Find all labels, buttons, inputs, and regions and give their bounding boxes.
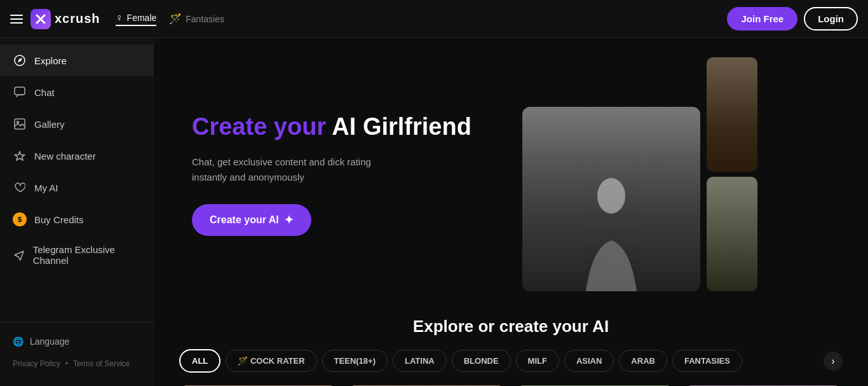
sidebar-item-telegram[interactable]: Telegram Exclusive Channel [0, 235, 153, 275]
hero-text: Create your AI Girlfriend Chat, get excl… [192, 113, 497, 236]
hero-side-image-1 [707, 57, 757, 172]
my-ai-icon [13, 181, 27, 195]
hero-title: Create your AI Girlfriend [192, 113, 497, 142]
svg-rect-1 [15, 87, 25, 95]
sparkle-icon: ✦ [284, 213, 294, 227]
fantasies-icon: 🪄 [169, 13, 182, 25]
filter-tab-latina[interactable]: LATINA [393, 350, 447, 372]
sidebar-item-buy-credits[interactable]: $ Buy Credits [0, 203, 153, 235]
new-character-icon [13, 149, 27, 163]
hero-section: Create your AI Girlfriend Chat, get excl… [154, 38, 868, 304]
hero-main-image [522, 107, 700, 291]
hamburger-menu[interactable] [10, 15, 23, 24]
login-button[interactable]: Login [804, 7, 858, 31]
filter-tab-milf[interactable]: MILF [516, 350, 559, 372]
terms-of-service-link[interactable]: Terms of Service [73, 359, 130, 368]
filter-female-label: Female [127, 13, 157, 23]
sidebar-item-explore[interactable]: Explore [0, 45, 153, 76]
main-layout: Explore Chat Gallery [0, 38, 868, 386]
svg-rect-2 [15, 119, 25, 129]
filter-tab-all[interactable]: ALL [179, 349, 220, 373]
create-ai-label: Create your AI [210, 214, 279, 226]
filter-tab-fantasies[interactable]: FANTASIES [672, 350, 742, 372]
main-content: Create your AI Girlfriend Chat, get excl… [154, 38, 868, 386]
sidebar-explore-label: Explore [34, 55, 67, 66]
filter-tabs: ALL 🪄 COCK RATER TEEN(18+) LATINA BLONDE… [179, 349, 843, 373]
sidebar-bottom: 🌐 Language Privacy Policy • Terms of Ser… [0, 322, 153, 380]
filter-female[interactable]: ♀ Female [116, 12, 157, 26]
language-label: Language [30, 336, 69, 347]
footer-separator: • [65, 359, 68, 368]
sidebar: Explore Chat Gallery [0, 38, 154, 386]
filter-next-button[interactable]: › [824, 352, 843, 371]
sidebar-item-new-character[interactable]: New character [0, 140, 153, 172]
hero-images [522, 57, 757, 291]
svg-point-4 [597, 178, 625, 214]
female-icon: ♀ [116, 12, 123, 24]
hero-side-image-2 [707, 177, 757, 291]
explore-title: Explore or create your AI [179, 317, 843, 336]
sidebar-language[interactable]: 🌐 Language [0, 329, 153, 354]
sidebar-chat-label: Chat [34, 87, 55, 98]
filter-tab-cock-rater[interactable]: 🪄 COCK RATER [226, 350, 316, 372]
privacy-policy-link[interactable]: Privacy Policy [13, 359, 60, 368]
sidebar-footer: Privacy Policy • Terms of Service [0, 354, 153, 373]
telegram-icon [13, 248, 25, 262]
filter-tab-asian[interactable]: ASIAN [564, 350, 614, 372]
sidebar-buy-credits-label: Buy Credits [34, 214, 84, 225]
filter-tab-blonde[interactable]: BLONDE [452, 350, 511, 372]
credits-icon: $ [13, 212, 27, 226]
filter-tab-arab[interactable]: ARAB [619, 350, 667, 372]
chat-icon [13, 85, 27, 99]
filter-fantasies-label: Fantasies [186, 14, 224, 24]
logo[interactable]: xcrush [31, 9, 100, 29]
gallery-icon [13, 117, 27, 131]
hero-title-colored: Create your [192, 113, 326, 140]
sidebar-item-gallery[interactable]: Gallery [0, 108, 153, 140]
logo-text: xcrush [55, 11, 100, 26]
sidebar-item-chat[interactable]: Chat [0, 76, 153, 108]
nav-filters: ♀ Female 🪄 Fantasies [116, 12, 224, 26]
sidebar-telegram-label: Telegram Exclusive Channel [33, 244, 140, 266]
filter-fantasies[interactable]: 🪄 Fantasies [169, 13, 224, 25]
sidebar-gallery-label: Gallery [34, 119, 65, 130]
explore-icon [13, 53, 27, 67]
filter-tab-teen[interactable]: TEEN(18+) [322, 350, 388, 372]
explore-section: Explore or create your AI ALL 🪄 COCK RAT… [154, 304, 868, 386]
hero-subtitle: Chat, get exclusive content and dick rat… [192, 155, 497, 185]
sidebar-my-ai-label: My AI [34, 183, 58, 193]
create-your-ai-button[interactable]: Create your AI ✦ [192, 204, 311, 236]
sidebar-item-my-ai[interactable]: My AI [0, 172, 153, 203]
sidebar-new-character-label: New character [34, 151, 96, 162]
hero-title-white: AI Girlfriend [326, 113, 471, 140]
join-free-button[interactable]: Join Free [727, 7, 797, 31]
language-icon: 🌐 [13, 336, 24, 347]
logo-icon [31, 9, 51, 29]
top-nav: xcrush ♀ Female 🪄 Fantasies Join Free Lo… [0, 0, 868, 38]
